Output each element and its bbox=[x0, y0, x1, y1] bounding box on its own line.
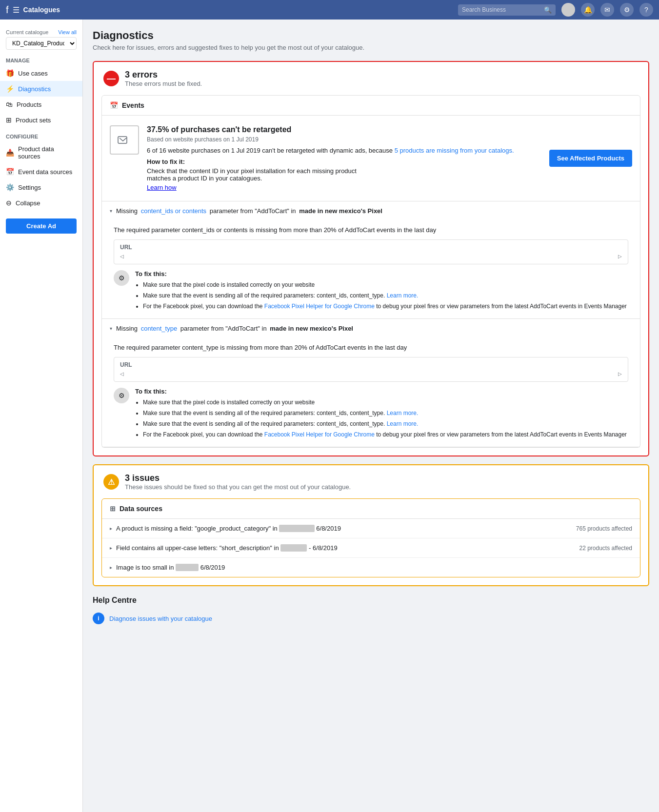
gift-icon: 🎁 bbox=[6, 69, 14, 77]
layout: Current catalogue View all KD_Catalog_Pr… bbox=[0, 20, 659, 812]
scroll-right-icon-2: ▷ bbox=[618, 371, 622, 376]
learn-more-link-1[interactable]: Learn more. bbox=[387, 292, 419, 299]
fix-row-1: ⚙ To fix this: Make sure that the pixel … bbox=[114, 270, 628, 313]
url-label: URL bbox=[120, 244, 622, 251]
missing-content-type-row: ▾ Missing content_type parameter from "A… bbox=[102, 319, 640, 447]
warning-icon: ⚠ bbox=[103, 474, 119, 490]
how-to-fix-label: How to fix it: bbox=[147, 158, 541, 165]
events-card: 📅 Events 37.5% of purchases can't be ret… bbox=[101, 95, 640, 448]
issue-text-0: A product is missing a field: "google_pr… bbox=[116, 525, 576, 532]
sidebar-item-label: Product data sources bbox=[18, 145, 77, 160]
chevron-down-icon: ▾ bbox=[110, 326, 112, 331]
help-centre-section: Help Centre i Diagnose issues with your … bbox=[93, 596, 649, 626]
events-header-label: Events bbox=[122, 101, 144, 109]
scroll-left-icon-2: ◁ bbox=[120, 371, 124, 376]
facebook-logo-icon: f bbox=[6, 4, 9, 16]
sidebar-item-label: Collapse bbox=[16, 199, 40, 207]
fb-pixel-helper-link-1[interactable]: Facebook Pixel Helper for Google Chrome bbox=[264, 303, 375, 310]
avatar bbox=[561, 3, 575, 17]
missing-param-name: content_type bbox=[141, 325, 177, 332]
issue-count-1: 22 products affected bbox=[579, 545, 632, 552]
help-centre-title: Help Centre bbox=[93, 596, 649, 605]
messages-icon[interactable]: ✉ bbox=[600, 3, 614, 17]
url-scroll[interactable]: ◁ ▷ bbox=[120, 253, 622, 260]
configure-section: Configure 📥 Product data sources 📅 Event… bbox=[0, 130, 82, 211]
app-title: Catalogues bbox=[23, 6, 458, 14]
data-sources-card: ⊞ Data sources ▸ A product is missing a … bbox=[101, 498, 640, 577]
create-ad-button[interactable]: Create Ad bbox=[6, 218, 77, 234]
missing-products-link[interactable]: 5 products are missing from your catalog… bbox=[395, 147, 514, 154]
notifications-icon[interactable]: 🔔 bbox=[581, 3, 595, 17]
pixel-name: made in new mexico's Pixel bbox=[299, 207, 382, 215]
missing-param-name: content_ids or contents bbox=[141, 207, 206, 215]
top-nav: f ☰ Catalogues 🔍 🔔 ✉ ⚙ ? bbox=[0, 0, 659, 20]
sidebar-item-collapse[interactable]: ⊖ Collapse bbox=[0, 195, 82, 211]
search-input[interactable] bbox=[462, 6, 544, 13]
retargeting-content: 37.5% of purchases can't be retargeted B… bbox=[147, 125, 541, 191]
events-header: 📅 Events bbox=[102, 96, 640, 116]
gear-icon: ⚙ bbox=[114, 270, 129, 286]
learn-more-link-2b[interactable]: Learn more. bbox=[387, 420, 419, 427]
missing-content-type-content: The required parameter content_type is m… bbox=[102, 338, 640, 447]
see-affected-products-button[interactable]: See Affected Products bbox=[549, 150, 632, 167]
current-catalogue-label: Current catalogue View all bbox=[6, 29, 77, 35]
catalogue-select[interactable]: KD_Catalog_Products_Ju... bbox=[6, 37, 77, 50]
retarget-subtitle: Based on website purchases on 1 Jul 2019 bbox=[147, 136, 541, 143]
error-description: These errors must be fixed. bbox=[125, 80, 202, 87]
sidebar-item-diagnostics[interactable]: ⚡ Diagnostics bbox=[0, 81, 82, 97]
missing-content-ids-header[interactable]: ▾ Missing content_ids or contents parame… bbox=[102, 201, 640, 220]
missing-content-ids-content: The required parameter content_ids or co… bbox=[102, 220, 640, 318]
search-bar: 🔍 bbox=[458, 4, 556, 16]
configure-label: Configure bbox=[0, 130, 82, 141]
url-label-2: URL bbox=[120, 361, 622, 368]
errors-section: — 3 errors These errors must be fixed. 📅… bbox=[93, 61, 649, 456]
issue-text-2: Image is too small in 6/8/2019 bbox=[116, 564, 632, 571]
gear-icon-2: ⚙ bbox=[114, 388, 129, 403]
url-scroll-2[interactable]: ◁ ▷ bbox=[120, 370, 622, 377]
sidebar-item-label: Settings bbox=[18, 184, 41, 191]
page-subtitle: Check here for issues, errors and sugges… bbox=[93, 44, 649, 51]
settings-icon[interactable]: ⚙ bbox=[620, 3, 634, 17]
search-icon: 🔍 bbox=[544, 6, 552, 14]
issue-row-2[interactable]: ▸ Image is too small in 6/8/2019 bbox=[102, 558, 640, 577]
sidebar-item-settings[interactable]: ⚙️ Settings bbox=[0, 179, 82, 195]
grid-icon: ⊞ bbox=[110, 505, 116, 513]
issue-row-1[interactable]: ▸ Field contains all upper-case letters:… bbox=[102, 538, 640, 558]
product-sets-icon: ⊞ bbox=[6, 116, 12, 124]
learn-more-link-2a[interactable]: Learn more. bbox=[387, 410, 419, 416]
sidebar-item-product-sets[interactable]: ⊞ Product sets bbox=[0, 112, 82, 128]
url-box-2: URL ◁ ▷ bbox=[114, 357, 628, 382]
sidebar-item-products[interactable]: 🛍 Products bbox=[0, 97, 82, 112]
chevron-right-icon: ▸ bbox=[110, 526, 112, 531]
scroll-right-icon: ▷ bbox=[618, 254, 622, 259]
error-icon: — bbox=[103, 71, 119, 86]
catalogue-selector: Current catalogue View all KD_Catalog_Pr… bbox=[0, 25, 82, 54]
sidebar-item-use-cases[interactable]: 🎁 Use cases bbox=[0, 65, 82, 81]
fb-pixel-helper-link-2[interactable]: Facebook Pixel Helper for Google Chrome bbox=[264, 431, 375, 438]
fix-row-2: ⚙ To fix this: Make sure that the pixel … bbox=[114, 388, 628, 441]
issue-row-0[interactable]: ▸ A product is missing a field: "google_… bbox=[102, 519, 640, 538]
fix-bullets: To fix this: Make sure that the pixel co… bbox=[135, 270, 627, 313]
learn-how-link[interactable]: Learn how bbox=[147, 184, 177, 191]
pixel-name-2: made in new mexico's Pixel bbox=[270, 325, 353, 332]
retarget-body: 6 of 16 website purchases on 1 Jul 2019 … bbox=[147, 147, 541, 154]
issues-description: These issues should be fixed so that you… bbox=[125, 483, 351, 491]
sidebar-item-event-data-sources[interactable]: 📅 Event data sources bbox=[0, 164, 82, 179]
missing-content-type-header[interactable]: ▾ Missing content_type parameter from "A… bbox=[102, 319, 640, 338]
hamburger-icon[interactable]: ☰ bbox=[13, 5, 20, 15]
manage-label: Manage bbox=[0, 54, 82, 65]
manage-section: Manage 🎁 Use cases ⚡ Diagnostics 🛍 Produ… bbox=[0, 54, 82, 128]
missing-content-ids-row: ▾ Missing content_ids or contents parame… bbox=[102, 201, 640, 319]
chevron-right-icon-1: ▸ bbox=[110, 545, 112, 551]
diagnose-issues-link[interactable]: Diagnose issues with your catalogue bbox=[109, 615, 212, 622]
data-sources-label: Data sources bbox=[120, 505, 162, 513]
help-item-0: i Diagnose issues with your catalogue bbox=[93, 611, 649, 626]
view-all-link[interactable]: View all bbox=[58, 29, 77, 35]
help-icon[interactable]: ? bbox=[639, 3, 653, 17]
sidebar-item-label: Products bbox=[17, 101, 41, 108]
issues-count: 3 issues bbox=[125, 473, 351, 483]
info-icon: i bbox=[93, 613, 104, 624]
sidebar-item-label: Event data sources bbox=[18, 168, 72, 176]
sidebar-item-product-data-sources[interactable]: 📥 Product data sources bbox=[0, 141, 82, 164]
issue-text-1: Field contains all upper-case letters: "… bbox=[116, 544, 579, 552]
